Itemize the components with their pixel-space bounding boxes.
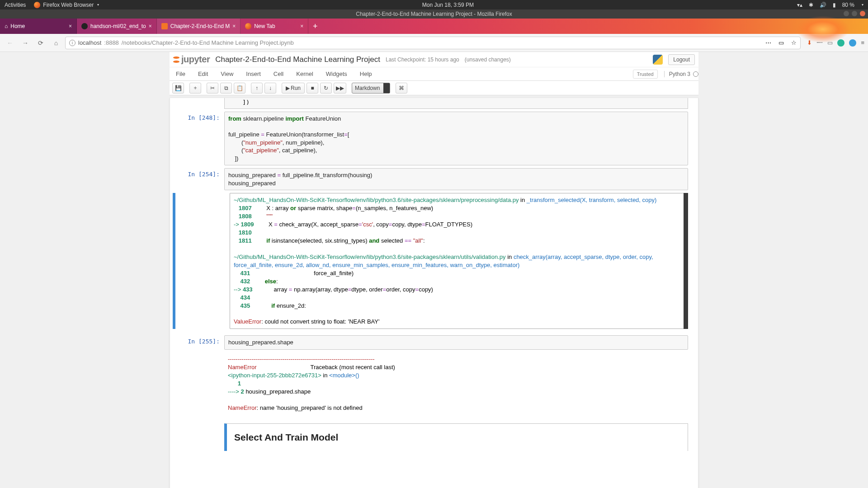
tab-new[interactable]: New Tab × (241, 19, 308, 34)
new-tab-button[interactable]: + (308, 19, 322, 34)
wifi-icon[interactable]: ▾▴ (797, 2, 802, 8)
activities-button[interactable]: Activities (5, 2, 26, 8)
jupyter-logo-text: jupyter (181, 54, 210, 65)
jupyter-logo[interactable]: jupyter (173, 54, 210, 65)
input-prompt: In [254]: (170, 168, 224, 190)
tab-label: New Tab (254, 23, 297, 29)
active-app[interactable]: Firefox Web Browser ▾ (34, 2, 99, 8)
command-palette-button[interactable]: ⌘ (396, 83, 407, 94)
maximize-button[interactable] (852, 11, 857, 16)
tab-label: Home (10, 23, 66, 29)
back-button[interactable]: ← (4, 37, 16, 49)
input-prompt: In [255]: (170, 335, 224, 350)
interrupt-button[interactable]: ■ (307, 83, 318, 94)
kernel-indicator[interactable]: Python 3 (664, 71, 698, 77)
menu-insert[interactable]: Insert (240, 70, 267, 77)
volume-icon[interactable]: 🔊 (820, 2, 826, 8)
bookmark-icon[interactable]: ☆ (791, 39, 797, 46)
bluetooth-icon[interactable]: ✱ (809, 2, 813, 8)
restart-button[interactable]: ↻ (320, 83, 332, 94)
url-path: /notebooks/Chapter-2-End-to-End Machine … (122, 39, 294, 46)
home-button[interactable]: ⌂ (50, 37, 62, 49)
reload-button[interactable]: ⟳ (34, 37, 47, 49)
scrollbar-thumb[interactable] (684, 193, 688, 329)
run-label: Run (291, 85, 301, 91)
error-output[interactable]: ~/Github/ML_HandsOn-With-SciKit-Tensorfl… (230, 193, 688, 329)
gnome-top-bar: Activities Firefox Web Browser ▾ Mon Jun… (0, 0, 868, 9)
input-prompt: In [248]: (170, 112, 224, 165)
logout-button[interactable]: Logout (668, 54, 695, 65)
close-icon[interactable]: × (232, 23, 236, 29)
paste-button[interactable]: 📋 (234, 83, 245, 94)
kernel-label: Python 3 (669, 71, 690, 77)
menu-button[interactable]: ≡ (861, 39, 864, 46)
close-icon[interactable]: × (300, 23, 303, 29)
tab-jupyter[interactable]: Chapter-2-End-to-End M × (157, 19, 241, 34)
menu-help[interactable]: Help (354, 70, 378, 77)
tab-label: handson-ml/02_end_to (90, 23, 146, 29)
move-down-button[interactable]: ↓ (264, 83, 276, 94)
unsaved-label: (unsaved changes) (465, 56, 511, 63)
window-titlebar: Chapter-2-End-to-End Machine Learning Pr… (0, 9, 868, 19)
browser-navbar: ← → ⟳ ⌂ i localhost:8888/notebooks/Chapt… (0, 34, 868, 52)
url-input[interactable]: i localhost:8888/notebooks/Chapter-2-End… (65, 37, 801, 49)
tab-label: Chapter-2-End-to-End M (170, 23, 230, 29)
browser-tab-strip: ⌂ Home × handson-ml/02_end_to × Chapter-… (0, 19, 868, 34)
checkpoint-label: Last Checkpoint: 15 hours ago (386, 56, 459, 63)
forward-button[interactable]: → (19, 37, 32, 49)
code-input[interactable]: housing_prepared.shape (224, 335, 688, 350)
clock[interactable]: Mon Jun 18, 3:59 PM (99, 2, 797, 8)
more-icon[interactable]: ⋯ (765, 39, 771, 46)
battery-icon[interactable]: ▮ (833, 2, 836, 8)
home-icon: ⌂ (5, 23, 8, 29)
close-icon[interactable]: × (149, 23, 152, 29)
cut-button[interactable]: ✂ (207, 83, 218, 94)
move-up-button[interactable]: ↑ (251, 83, 263, 94)
site-info-icon[interactable]: i (69, 40, 75, 46)
menu-kernel[interactable]: Kernel (290, 70, 320, 77)
url-host: localhost (78, 39, 101, 46)
insert-cell-button[interactable]: ＋ (189, 83, 201, 94)
firefox-icon (34, 2, 40, 8)
run-button[interactable]: ▶ Run (282, 83, 305, 94)
jupyter-icon (173, 56, 179, 63)
github-icon (81, 23, 88, 29)
battery-label: 80 % (842, 2, 854, 8)
reader-icon[interactable]: ▭ (778, 39, 784, 46)
close-icon[interactable]: × (69, 23, 72, 29)
menu-edit[interactable]: Edit (192, 70, 214, 77)
extension-icon[interactable] (849, 39, 856, 47)
copy-button[interactable]: ⧉ (220, 83, 232, 94)
restart-run-button[interactable]: ▶▶ (334, 83, 346, 94)
notebook-title[interactable]: Chapter-2-End-to-End Machine Learning Pr… (215, 55, 380, 64)
minimize-button[interactable] (844, 11, 849, 16)
active-app-label: Firefox Web Browser (43, 2, 94, 8)
save-button[interactable]: 💾 (172, 83, 184, 94)
menu-widgets[interactable]: Widgets (320, 70, 354, 77)
trusted-indicator[interactable]: Trusted (633, 70, 658, 79)
close-button[interactable] (860, 11, 865, 16)
code-fragment: ]) (224, 98, 688, 109)
tab-home[interactable]: ⌂ Home × (0, 19, 77, 34)
code-input[interactable]: housing_prepared = full_pipeline.fit_tra… (224, 168, 688, 190)
chevron-down-icon[interactable]: ▾ (862, 3, 863, 7)
python-icon (653, 55, 663, 65)
window-title: Chapter-2-End-to-End Machine Learning Pr… (356, 11, 512, 17)
firefox-icon (245, 23, 251, 29)
kernel-status-icon (693, 71, 698, 77)
error-output: ----------------------------------------… (224, 352, 688, 415)
menu-view[interactable]: View (214, 70, 240, 77)
code-input[interactable]: from sklearn.pipeline import FeatureUnio… (224, 112, 688, 165)
markdown-heading: Select And Train Model (234, 432, 680, 443)
jupyter-icon (161, 23, 168, 29)
menu-cell[interactable]: Cell (267, 70, 290, 77)
celltype-label: Markdown (355, 85, 380, 91)
markdown-cell[interactable]: Select And Train Model (224, 423, 688, 451)
menu-file[interactable]: File (170, 70, 192, 77)
celltype-select[interactable]: Markdown (352, 83, 390, 94)
url-port: :8888 (104, 39, 119, 46)
tab-github[interactable]: handson-ml/02_end_to × (77, 19, 157, 34)
